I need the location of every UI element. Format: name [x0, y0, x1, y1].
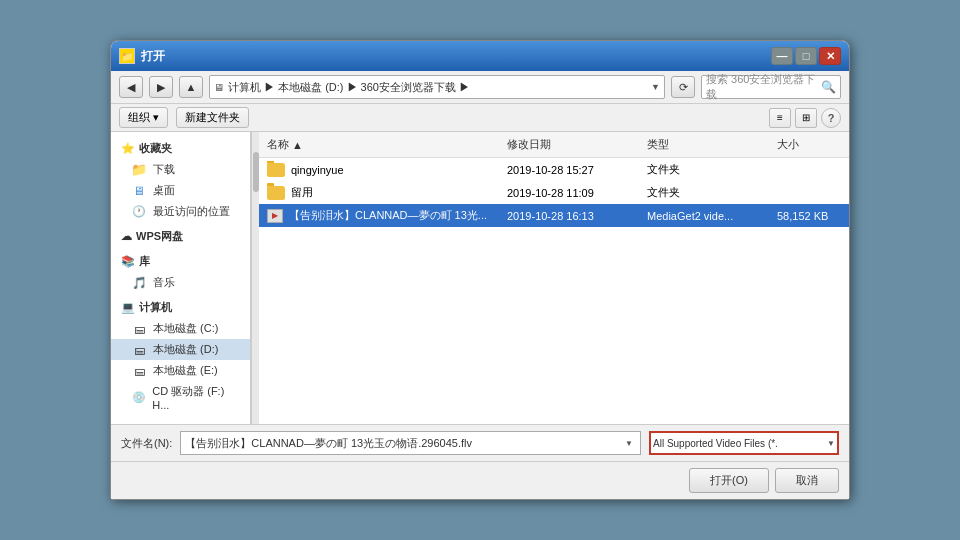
- close-button[interactable]: ✕: [819, 47, 841, 65]
- search-box[interactable]: 搜索 360安全浏览器下载 🔍: [701, 75, 841, 99]
- file-name-cell: ▶ 【告别泪水】CLANNAD—夢の町 13光...: [259, 206, 499, 225]
- music-icon: 🎵: [131, 276, 147, 290]
- dialog-title: 打开: [141, 48, 165, 65]
- file-size-cell: [769, 168, 849, 172]
- forward-button[interactable]: ▶: [149, 76, 173, 98]
- new-folder-label: 新建文件夹: [185, 110, 240, 125]
- filetype-value: All Supported Video Files (*.: [653, 438, 827, 449]
- computer-header: 💻 计算机: [111, 297, 250, 318]
- col-header-type[interactable]: 类型: [639, 134, 769, 155]
- computer-icon: 🖥: [214, 82, 224, 93]
- sidebar-item-drive-c[interactable]: 🖴 本地磁盘 (C:): [111, 318, 250, 339]
- refresh-button[interactable]: ⟳: [671, 76, 695, 98]
- address-bar[interactable]: 🖥 计算机 ▶ 本地磁盘 (D:) ▶ 360安全浏览器下载 ▶ ▼: [209, 75, 665, 99]
- sidebar-item-recent[interactable]: 🕐 最近访问的位置: [111, 201, 250, 222]
- help-button[interactable]: ?: [821, 108, 841, 128]
- address-dropdown-arrow[interactable]: ▼: [651, 82, 660, 92]
- favorites-header: ⭐ 收藏夹: [111, 138, 250, 159]
- open-button[interactable]: 打开(O): [689, 468, 769, 493]
- cdrom-icon: 💿: [131, 391, 146, 405]
- sidebar-item-desktop[interactable]: 🖥 桌面: [111, 180, 250, 201]
- wps-section: ☁ WPS网盘: [111, 226, 250, 247]
- action-bar: 打开(O) 取消: [111, 461, 849, 499]
- desktop-icon: 🖥: [131, 184, 147, 198]
- list-view-button[interactable]: ≡: [769, 108, 791, 128]
- cloud-icon: ☁: [121, 230, 132, 243]
- table-row[interactable]: 留用 2019-10-28 11:09 文件夹: [259, 181, 849, 204]
- file-type-cell: MediaGet2 vide...: [639, 208, 769, 224]
- col-name-label: 名称: [267, 137, 289, 152]
- filename-input[interactable]: 【告别泪水】CLANNAD—夢の町 13光玉の物语.296045.flv ▼: [180, 431, 641, 455]
- filename-dropdown-arrow[interactable]: ▼: [622, 439, 636, 448]
- main-content: ⭐ 收藏夹 📁 下载 🖥 桌面 🕐 最近访问的位置: [111, 132, 849, 424]
- drive-c-icon: 🖴: [131, 322, 147, 336]
- minimize-button[interactable]: —: [771, 47, 793, 65]
- wps-header: ☁ WPS网盘: [111, 226, 250, 247]
- title-bar: 📁 打开 — □ ✕: [111, 41, 849, 71]
- table-row[interactable]: ▶ 【告别泪水】CLANNAD—夢の町 13光... 2019-10-28 16…: [259, 204, 849, 227]
- file-name: 留用: [291, 185, 313, 200]
- drive-d-label: 本地磁盘 (D:): [153, 342, 218, 357]
- table-row[interactable]: qingyinyue 2019-10-28 15:27 文件夹: [259, 158, 849, 181]
- music-label: 音乐: [153, 275, 175, 290]
- drive-e-label: 本地磁盘 (E:): [153, 363, 218, 378]
- organize-button[interactable]: 组织 ▾: [119, 107, 168, 128]
- sort-arrow: ▲: [292, 139, 303, 151]
- file-size-cell: 58,152 KB: [769, 208, 849, 224]
- file-name: 【告别泪水】CLANNAD—夢の町 13光...: [289, 208, 487, 223]
- maximize-button[interactable]: □: [795, 47, 817, 65]
- wps-label: WPS网盘: [136, 229, 183, 244]
- drive-d-icon: 🖴: [131, 343, 147, 357]
- col-size-label: 大小: [777, 137, 799, 152]
- filename-bar: 文件名(N): 【告别泪水】CLANNAD—夢の町 13光玉の物语.296045…: [111, 424, 849, 461]
- open-dialog: 📁 打开 — □ ✕ ◀ ▶ ▲ 🖥 计算机 ▶ 本地磁盘 (D:) ▶ 360…: [110, 40, 850, 500]
- downloads-label: 下载: [153, 162, 175, 177]
- desktop-label: 桌面: [153, 183, 175, 198]
- filename-label: 文件名(N):: [121, 436, 172, 451]
- sidebar-scrollbar[interactable]: [251, 132, 259, 424]
- recent-icon: 🕐: [131, 205, 147, 219]
- cdrom-label: CD 驱动器 (F:) H...: [152, 384, 240, 411]
- file-name: qingyinyue: [291, 164, 344, 176]
- folder-file-icon: [267, 186, 285, 200]
- title-buttons: — □ ✕: [771, 47, 841, 65]
- sidebar-item-drive-e[interactable]: 🖴 本地磁盘 (E:): [111, 360, 250, 381]
- video-file-icon: ▶: [267, 209, 283, 223]
- folder-file-icon: [267, 163, 285, 177]
- new-folder-button[interactable]: 新建文件夹: [176, 107, 249, 128]
- file-type-cell: 文件夹: [639, 183, 769, 202]
- filetype-select[interactable]: All Supported Video Files (*. ▼: [649, 431, 839, 455]
- drive-e-icon: 🖴: [131, 364, 147, 378]
- search-placeholder: 搜索 360安全浏览器下载: [706, 72, 821, 102]
- computer-section: 💻 计算机 🖴 本地磁盘 (C:) 🖴 本地磁盘 (D:) 🖴 本地磁盘 (E:…: [111, 297, 250, 414]
- cancel-button[interactable]: 取消: [775, 468, 839, 493]
- sidebar: ⭐ 收藏夹 📁 下载 🖥 桌面 🕐 最近访问的位置: [111, 132, 251, 424]
- col-header-name[interactable]: 名称 ▲: [259, 134, 499, 155]
- up-button[interactable]: ▲: [179, 76, 203, 98]
- col-header-size[interactable]: 大小: [769, 134, 849, 155]
- computer-header-icon: 💻: [121, 301, 135, 314]
- back-button[interactable]: ◀: [119, 76, 143, 98]
- col-date-label: 修改日期: [507, 137, 551, 152]
- col-header-date[interactable]: 修改日期: [499, 134, 639, 155]
- organize-label: 组织 ▾: [128, 110, 159, 125]
- second-toolbar: 组织 ▾ 新建文件夹 ≡ ⊞ ?: [111, 104, 849, 132]
- filename-value: 【告别泪水】CLANNAD—夢の町 13光玉の物语.296045.flv: [185, 436, 622, 451]
- file-list: qingyinyue 2019-10-28 15:27 文件夹 留用 2019-…: [259, 158, 849, 424]
- search-icon[interactable]: 🔍: [821, 80, 836, 94]
- library-label: 库: [139, 254, 150, 269]
- grid-view-button[interactable]: ⊞: [795, 108, 817, 128]
- filetype-dropdown-arrow[interactable]: ▼: [827, 439, 835, 448]
- library-section: 📚 库 🎵 音乐: [111, 251, 250, 293]
- recent-label: 最近访问的位置: [153, 204, 230, 219]
- address-text: 计算机 ▶ 本地磁盘 (D:) ▶ 360安全浏览器下载 ▶: [228, 80, 647, 95]
- play-icon: ▶: [272, 211, 278, 220]
- sidebar-item-cdrom[interactable]: 💿 CD 驱动器 (F:) H...: [111, 381, 250, 414]
- sidebar-item-downloads[interactable]: 📁 下载: [111, 159, 250, 180]
- sidebar-item-drive-d[interactable]: 🖴 本地磁盘 (D:): [111, 339, 250, 360]
- toolbar2-right: ≡ ⊞ ?: [769, 108, 841, 128]
- address-toolbar: ◀ ▶ ▲ 🖥 计算机 ▶ 本地磁盘 (D:) ▶ 360安全浏览器下载 ▶ ▼…: [111, 71, 849, 104]
- folder-icon: 📁: [131, 163, 147, 177]
- sidebar-item-music[interactable]: 🎵 音乐: [111, 272, 250, 293]
- file-name-cell: qingyinyue: [259, 161, 499, 179]
